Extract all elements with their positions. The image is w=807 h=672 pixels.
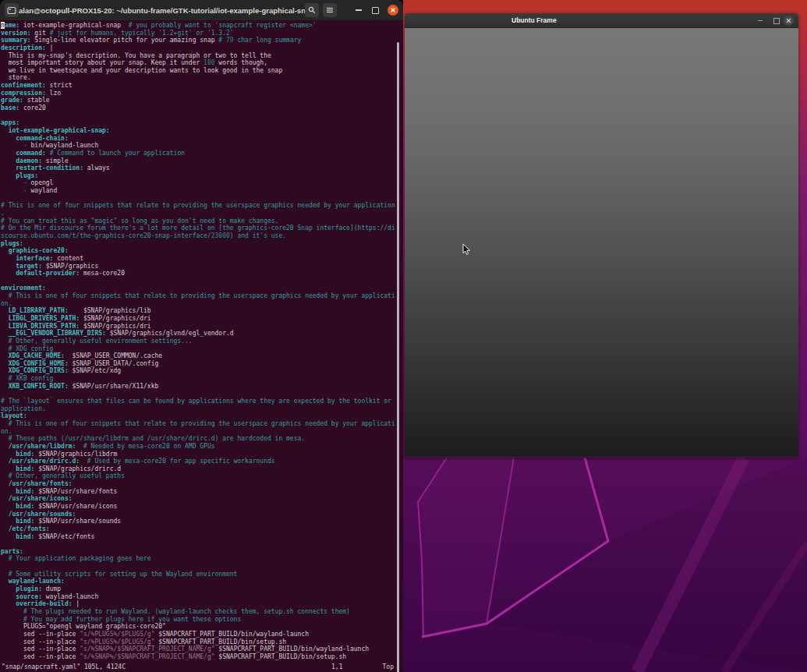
terminal-line: # XKB config bbox=[1, 375, 395, 383]
terminal-line: restart-condition: always bbox=[1, 164, 395, 172]
terminal-line: base: core20 bbox=[1, 104, 395, 112]
vim-cursor-position: 1,1 bbox=[331, 663, 342, 671]
minimize-icon bbox=[356, 9, 362, 11]
terminal-line: plugin: dump bbox=[1, 585, 395, 593]
terminal-line: bind: $SNAP/graphics/drirc.d bbox=[1, 465, 395, 473]
vim-scroll-position: Top bbox=[383, 663, 394, 671]
terminal-line: sed --in-place "s/%PLUGS%/$PLUGS/g" $SNA… bbox=[1, 638, 395, 646]
terminal-line: # This is one of four snippets that rela… bbox=[1, 292, 395, 300]
terminal-scrollbar[interactable] bbox=[397, 42, 399, 672]
terminal-titlebar[interactable]: alan@octopull-PROX15-20: ~/ubuntu-frame/… bbox=[0, 0, 403, 20]
terminal-line: name: iot-example-graphical-snap # you p… bbox=[1, 22, 395, 30]
vim-file-info: "snap/snapcraft.yaml" 105L, 4124C bbox=[2, 663, 126, 671]
terminal-line: XDG_CACHE_HOME: $SNAP_USER_COMMON/.cache bbox=[1, 352, 395, 360]
menu-button[interactable] bbox=[323, 3, 337, 17]
terminal-line bbox=[1, 195, 395, 203]
maximize-button[interactable] bbox=[369, 4, 381, 16]
terminal-line: plugs: bbox=[1, 240, 395, 248]
ubuntu-frame-display: Ubuntu Frame bbox=[403, 0, 807, 672]
terminal-line: # XDG config bbox=[1, 345, 395, 353]
mouse-cursor bbox=[462, 243, 471, 256]
terminal-line: iot-example-graphical-snap: bbox=[1, 127, 395, 135]
terminal-line: command-chain: bbox=[1, 135, 395, 143]
wallpaper-pattern bbox=[403, 458, 807, 672]
terminal-line: command: # Command to launch your applic… bbox=[1, 150, 395, 157]
terminal-line: # The plugs needed to run Wayland. (wayl… bbox=[1, 608, 395, 616]
minimize-icon bbox=[758, 20, 763, 21]
maximize-icon bbox=[773, 18, 780, 24]
terminal-line: /usr/share/sounds: bbox=[1, 511, 395, 518]
terminal-line: environment: bbox=[1, 285, 395, 292]
terminal-line: sed --in-place "s/%SNAP%/$SNAPCRAFT_PROJ… bbox=[1, 653, 395, 661]
terminal-line: compression: lzo bbox=[1, 90, 395, 97]
terminal-line: most important story about your snap. Ke… bbox=[1, 59, 395, 67]
terminal-line: # You may add further plugs here if you … bbox=[1, 616, 395, 624]
terminal-line: bind: $SNAP/usr/share/icons bbox=[1, 503, 395, 511]
terminal-line: XDG_CONFIG_HOME: $SNAP_USER_DATA/.config bbox=[1, 360, 395, 368]
terminal-line: LD_LIBRARY_PATH: $SNAP/graphics/lib bbox=[1, 307, 395, 315]
ubuntu-frame-window: Ubuntu Frame bbox=[405, 13, 798, 458]
terminal-line: confinement: strict bbox=[1, 82, 395, 90]
terminal-line: PLUGS="opengl wayland graphics-core20" bbox=[1, 623, 395, 631]
terminal-line: bind: $SNAP/graphics/libdrm bbox=[1, 451, 395, 458]
terminal-line: /usr/share/fonts: bbox=[1, 480, 395, 488]
terminal-line: LIBVA_DRIVERS_PATH: $SNAP/graphics/dri bbox=[1, 323, 395, 331]
close-icon bbox=[786, 18, 791, 23]
frame-titlebar[interactable]: Ubuntu Frame bbox=[405, 13, 798, 28]
vim-status-line: "snap/snapcraft.yaml" 105L, 4124C 1,1 To… bbox=[0, 663, 403, 671]
terminal-line: # Other, generally useful paths bbox=[1, 472, 395, 480]
terminal-line: summary: Single-line elevator pitch for … bbox=[1, 37, 395, 44]
terminal-line: parts: bbox=[1, 548, 395, 556]
terminal-line: override-build: | bbox=[1, 600, 395, 608]
terminal-line: XKB_CONFIG_ROOT: $SNAP/usr/share/X11/xkb bbox=[1, 383, 395, 391]
terminal-line: # The `layout` ensures that files can be… bbox=[1, 398, 395, 405]
terminal-title: alan@octopull-PROX15-20: ~/ubuntu-frame/… bbox=[19, 6, 305, 15]
terminal-line: LIBGL_DRIVERS_PATH: $SNAP/graphics/dri bbox=[1, 315, 395, 323]
terminal-line bbox=[1, 563, 395, 571]
search-button[interactable] bbox=[305, 3, 319, 17]
terminal-content[interactable]: name: iot-example-graphical-snap # you p… bbox=[0, 20, 403, 672]
vim-buffer: name: iot-example-graphical-snap # you p… bbox=[1, 22, 395, 660]
terminal-line: __EGL_VENDOR_LIBRARY_DIRS: $SNAP/graphic… bbox=[1, 330, 395, 338]
terminal-line: graphics-core20: bbox=[1, 247, 395, 255]
terminal-line: scourse.ubuntu.com/t/the-graphics-core20… bbox=[1, 232, 395, 240]
terminal-line: bind: $SNAP/usr/share/fonts bbox=[1, 488, 395, 496]
terminal-line: # On the Mir discourse forum there's a l… bbox=[1, 225, 395, 232]
terminal-line bbox=[1, 540, 395, 548]
terminal-line: # These paths (/usr/share/libdrm and /us… bbox=[1, 435, 395, 443]
terminal-line: wayland-launch: bbox=[1, 578, 395, 585]
frame-close-button[interactable] bbox=[784, 16, 794, 26]
terminal-line: version: git # just for humans, typicall… bbox=[1, 30, 395, 37]
terminal-line: grade: stable bbox=[1, 97, 395, 104]
terminal-window-icon bbox=[7, 6, 16, 15]
hamburger-menu-icon bbox=[326, 6, 334, 14]
terminal-app-icon[interactable] bbox=[5, 3, 19, 17]
terminal-line: XDG_CONFIG_DIRS: $SNAP/etc/xdg bbox=[1, 367, 395, 375]
terminal-line: /etc/fonts: bbox=[1, 525, 395, 533]
search-icon bbox=[307, 5, 317, 15]
terminal-line: sed --in-place "s/%SNAP%/$SNAPCRAFT_PROJ… bbox=[1, 645, 395, 653]
frame-minimize-button[interactable] bbox=[755, 16, 765, 26]
minimize-button[interactable] bbox=[352, 4, 365, 16]
terminal-line: description: | bbox=[1, 44, 395, 52]
terminal-line: - wayland bbox=[1, 187, 395, 195]
terminal-line: # You can treat this as "magic" so long … bbox=[1, 218, 395, 225]
terminal-line: layout: bbox=[1, 412, 395, 420]
terminal-line: daemon: simple bbox=[1, 157, 395, 165]
terminal-line: # Some utility scripts for setting up th… bbox=[1, 571, 395, 578]
frame-maximize-button[interactable] bbox=[771, 16, 781, 26]
terminal-line: bind: $SNAP/usr/share/sounds bbox=[1, 518, 395, 525]
terminal-line: /usr/share/libdrm: # Needed by mesa-core… bbox=[1, 443, 395, 451]
desktop: alan@octopull-PROX15-20: ~/ubuntu-frame/… bbox=[0, 0, 807, 672]
terminal-line: # Other, generally useful environment se… bbox=[1, 338, 395, 345]
terminal-line: store. bbox=[1, 74, 395, 82]
close-button[interactable] bbox=[388, 5, 398, 16]
terminal-line: # This is one of four snippets that rela… bbox=[1, 420, 395, 428]
terminal-line: . bbox=[1, 210, 395, 218]
terminal-line: on. bbox=[1, 300, 395, 308]
frame-content-surface[interactable] bbox=[405, 28, 798, 457]
terminal-line bbox=[1, 390, 395, 398]
terminal-line: application. bbox=[1, 405, 395, 413]
terminal-window: alan@octopull-PROX15-20: ~/ubuntu-frame/… bbox=[0, 0, 403, 672]
terminal-line: target: $SNAP/graphics bbox=[1, 263, 395, 271]
